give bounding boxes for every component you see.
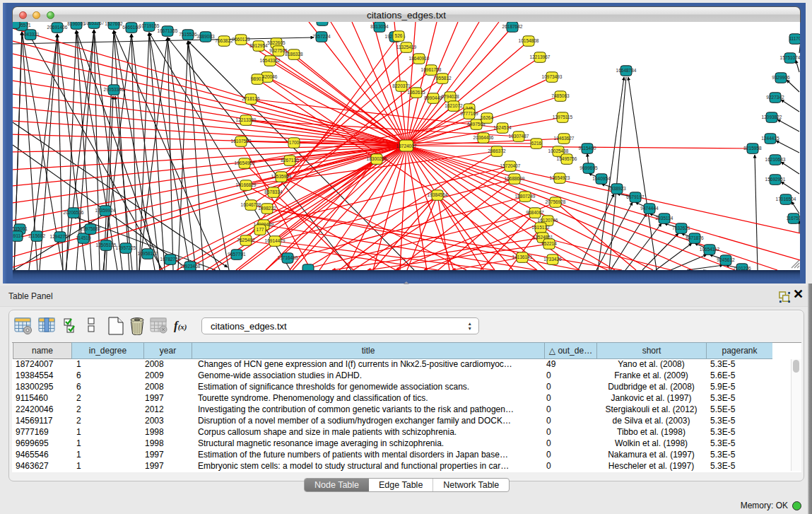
- svg-text:7485063: 7485063: [551, 93, 570, 98]
- svg-text:10654112: 10654112: [700, 247, 720, 252]
- svg-text:20691406: 20691406: [47, 25, 68, 30]
- svg-text:7955812: 7955812: [433, 76, 452, 81]
- svg-text:8637940: 8637940: [313, 22, 331, 23]
- svg-text:7632621: 7632621: [672, 226, 690, 230]
- svg-text:17957225: 17957225: [116, 245, 136, 250]
- svg-text:18640910: 18640910: [409, 56, 430, 61]
- svg-text:15720407: 15720407: [500, 163, 521, 168]
- svg-text:15751074: 15751074: [780, 55, 800, 60]
- svg-text:8678334: 8678334: [264, 189, 283, 194]
- svg-text:16107552: 16107552: [231, 139, 252, 144]
- svg-text:535061: 535061: [13, 226, 28, 231]
- svg-text:12093822: 12093822: [762, 115, 782, 119]
- svg-text:20756928: 20756928: [546, 199, 566, 204]
- svg-text:8813054: 8813054: [370, 24, 389, 29]
- svg-text:1624514: 1624514: [493, 125, 512, 130]
- svg-text:1615132: 1615132: [531, 225, 550, 230]
- svg-text:1621072: 1621072: [445, 103, 463, 108]
- svg-text:9660123: 9660123: [232, 37, 250, 42]
- svg-text:11170: 11170: [789, 36, 800, 41]
- svg-text:16210643: 16210643: [765, 157, 786, 162]
- svg-text:10307487: 10307487: [509, 134, 529, 139]
- svg-text:7515526: 7515526: [179, 32, 197, 37]
- svg-text:19463627: 19463627: [554, 136, 575, 141]
- svg-text:6679197: 6679197: [626, 194, 645, 199]
- svg-text:9777169: 9777169: [460, 111, 478, 116]
- svg-text:8215958: 8215958: [743, 146, 762, 151]
- svg-text:10154808: 10154808: [519, 38, 539, 43]
- svg-text:12505135: 12505135: [96, 243, 117, 247]
- svg-text:39114: 39114: [13, 233, 23, 238]
- svg-text:252214: 252214: [541, 241, 557, 246]
- svg-text:13654923: 13654923: [550, 175, 570, 180]
- svg-text:10688609: 10688609: [505, 176, 525, 181]
- svg-text:7625402: 7625402: [237, 238, 255, 243]
- svg-text:16648784: 16648784: [616, 68, 637, 73]
- svg-text:2986372: 2986372: [488, 148, 506, 153]
- svg-text:19654955: 19654955: [235, 160, 255, 165]
- svg-text:26187642: 26187642: [502, 24, 523, 29]
- svg-text:15495756: 15495756: [557, 156, 577, 161]
- svg-text:7101226: 7101226: [733, 266, 751, 270]
- svg-text:9245612: 9245612: [717, 257, 735, 262]
- svg-text:13975115: 13975115: [553, 115, 573, 119]
- svg-text:10973493: 10973493: [542, 74, 563, 79]
- svg-text:13716485: 13716485: [278, 255, 298, 260]
- svg-text:114519: 114519: [76, 235, 91, 240]
- svg-text:20206536: 20206536: [64, 210, 84, 215]
- svg-text:8938923: 8938923: [608, 186, 626, 191]
- svg-text:16914479: 16914479: [265, 238, 286, 243]
- svg-text:9474444: 9474444: [640, 206, 659, 211]
- svg-text:10025438: 10025438: [548, 148, 569, 153]
- svg-text:19166829: 19166829: [236, 182, 257, 187]
- svg-text:8471876: 8471876: [686, 235, 704, 240]
- svg-text:9699695: 9699695: [579, 165, 598, 170]
- svg-text:8990448: 8990448: [424, 95, 442, 100]
- svg-text:1244415: 1244415: [761, 136, 779, 141]
- svg-text:16961758: 16961758: [421, 67, 442, 72]
- svg-text:6466160: 6466160: [122, 25, 141, 30]
- svg-text:12942757: 12942757: [50, 234, 71, 239]
- svg-text:16543362: 16543362: [260, 58, 281, 63]
- svg-text:14136141: 14136141: [512, 255, 533, 259]
- svg-text:9329906: 9329906: [772, 75, 790, 80]
- svg-text:1362615: 1362615: [407, 90, 425, 95]
- svg-text:9115460: 9115460: [579, 146, 596, 151]
- svg-text:11325419: 11325419: [396, 45, 417, 49]
- svg-text:9657791: 9657791: [228, 252, 246, 257]
- svg-text:8267130: 8267130: [281, 158, 299, 163]
- svg-text:16671355: 16671355: [158, 28, 178, 33]
- svg-text:2935114: 2935114: [656, 216, 673, 221]
- svg-text:8220371: 8220371: [392, 83, 411, 88]
- svg-text:16264: 16264: [481, 115, 493, 120]
- svg-text:1115682: 1115682: [28, 233, 46, 238]
- svg-text:16782759: 16782759: [160, 257, 181, 262]
- svg-text:20364436: 20364436: [473, 135, 494, 140]
- svg-text:17359924: 17359924: [95, 208, 116, 213]
- svg-text:2718126: 2718126: [242, 96, 260, 101]
- svg-text:16120746: 16120746: [538, 218, 558, 223]
- svg-text:18724007: 18724007: [396, 144, 417, 148]
- svg-text:12213389: 12213389: [236, 117, 257, 122]
- svg-text:177: 177: [257, 227, 264, 232]
- svg-text:7663822: 7663822: [215, 38, 233, 43]
- svg-text:116753: 116753: [786, 216, 800, 221]
- svg-text:8186328: 8186328: [285, 52, 303, 57]
- svg-text:13535954: 13535954: [271, 174, 292, 179]
- svg-text:10653267: 10653267: [84, 22, 105, 25]
- svg-text:19384554: 19384554: [428, 192, 448, 197]
- svg-text:6794028: 6794028: [441, 94, 459, 99]
- svg-text:15692951: 15692951: [765, 177, 786, 182]
- svg-text:10719155: 10719155: [139, 23, 160, 28]
- svg-text:9227342: 9227342: [766, 95, 784, 100]
- svg-text:1700: 1700: [289, 140, 300, 145]
- svg-text:1733426: 1733426: [543, 257, 562, 262]
- svg-text:19975887: 19975887: [81, 226, 101, 231]
- svg-text:6216: 6216: [531, 141, 542, 146]
- svg-text:10958107: 10958107: [138, 251, 158, 256]
- svg-text:98901: 98901: [251, 76, 264, 81]
- svg-text:526: 526: [395, 33, 403, 38]
- svg-text:8912954: 8912954: [249, 43, 268, 48]
- svg-text:1498222: 1498222: [258, 206, 276, 211]
- svg-text:3389083: 3389083: [196, 34, 215, 39]
